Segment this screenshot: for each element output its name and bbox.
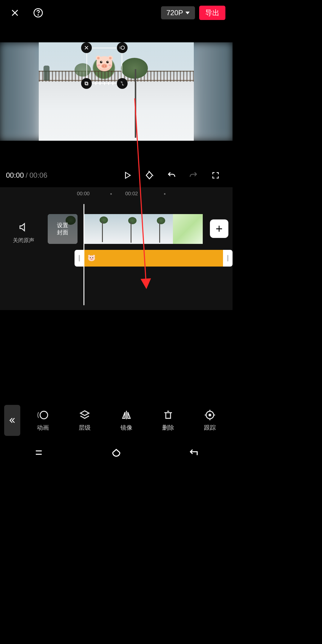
svg-point-25 — [90, 258, 93, 260]
timeline-ruler: 00:00 00:02 — [0, 187, 233, 200]
svg-point-22 — [93, 255, 95, 257]
top-bar: 720P 导出 — [0, 0, 233, 21]
tool-label: 删除 — [162, 424, 174, 432]
export-button[interactable]: 导出 — [199, 6, 225, 20]
tool-label: 层级 — [79, 424, 91, 432]
ruler-dot-icon — [164, 193, 165, 195]
system-nav-bar — [0, 440, 233, 465]
play-icon — [123, 171, 132, 180]
time-total: 00:06 — [30, 171, 47, 179]
chevron-down-icon — [185, 12, 190, 14]
svg-point-10 — [109, 57, 112, 59]
export-label: 导出 — [205, 9, 219, 17]
tool-track[interactable]: 跟踪 — [196, 409, 224, 432]
preview-canvas[interactable] — [0, 42, 233, 141]
help-button[interactable] — [32, 6, 45, 19]
selection-motion-handle[interactable] — [117, 42, 128, 53]
motion-icon — [119, 45, 125, 51]
animation-icon — [37, 409, 49, 421]
selection-rotate-handle[interactable] — [117, 78, 128, 89]
tool-delete[interactable]: 删除 — [154, 409, 182, 432]
clip-thumb — [143, 214, 173, 244]
selection-bottom-grips[interactable] — [95, 82, 113, 85]
mute-original-audio[interactable]: 关闭原声 — [4, 222, 43, 244]
svg-point-21 — [88, 255, 90, 257]
sticker-track[interactable] — [75, 250, 233, 267]
tool-mirror[interactable]: 镜像 — [112, 409, 141, 432]
svg-point-11 — [100, 61, 102, 63]
undo-icon — [167, 171, 176, 180]
tool-label: 动画 — [37, 424, 49, 432]
svg-point-24 — [92, 257, 93, 258]
svg-point-17 — [105, 65, 106, 66]
svg-point-9 — [97, 57, 100, 59]
ruler-tick: 00:00 — [77, 191, 90, 197]
svg-point-19 — [109, 64, 111, 66]
svg-point-29 — [209, 414, 211, 416]
clip-thumb — [83, 214, 113, 244]
redo-button[interactable] — [188, 170, 199, 180]
clip-trim-left-handle[interactable] — [75, 250, 84, 267]
close-icon — [84, 45, 89, 50]
toolbar-items: 动画 层级 镜像 删除 跟踪 — [20, 409, 233, 432]
sticker-clip[interactable] — [84, 250, 223, 267]
svg-point-2 — [121, 46, 125, 49]
help-icon — [33, 8, 43, 18]
redo-icon — [189, 171, 198, 180]
copy-icon — [84, 81, 89, 86]
clip-trim-right-handle[interactable] — [223, 250, 233, 267]
clip-thumb — [173, 214, 203, 244]
nav-recent-button[interactable] — [33, 447, 45, 459]
close-icon — [10, 8, 20, 18]
plus-icon: + — [216, 222, 222, 236]
sticker-selection[interactable] — [86, 48, 122, 83]
speaker-icon — [18, 222, 29, 233]
set-cover-button[interactable]: 设置 封面 — [48, 214, 78, 244]
tool-label: 跟踪 — [204, 424, 216, 432]
menu-icon — [34, 448, 44, 458]
mute-label: 关闭原声 — [4, 237, 43, 244]
fullscreen-button[interactable] — [210, 170, 221, 180]
cover-label-1: 设置 — [57, 222, 68, 229]
tool-layer[interactable]: 层级 — [70, 409, 99, 432]
layer-icon — [79, 409, 90, 421]
add-clip-button[interactable]: + — [210, 219, 228, 238]
undo-button[interactable] — [166, 170, 177, 180]
play-button[interactable] — [122, 170, 132, 180]
selection-copy-handle[interactable] — [81, 78, 92, 89]
back-icon — [189, 448, 199, 458]
fullscreen-icon — [211, 171, 220, 179]
time-current: 00:00 — [6, 171, 24, 179]
selection-delete-handle[interactable] — [81, 42, 92, 53]
transport-bar: 00:00 / 00:06 — [0, 163, 233, 187]
ruler-tick: 00:02 — [125, 191, 138, 197]
rotate-icon — [120, 81, 125, 86]
toolbar-back-button[interactable] — [4, 405, 20, 436]
tool-animation[interactable]: 动画 — [29, 409, 57, 432]
svg-point-15 — [101, 64, 107, 68]
ruler-dot-icon — [110, 193, 112, 195]
svg-point-13 — [101, 61, 102, 62]
svg-rect-4 — [85, 82, 87, 84]
top-bar-left — [8, 6, 45, 19]
mirror-icon — [121, 409, 132, 421]
playhead[interactable] — [83, 204, 84, 305]
timeline[interactable]: 00:00 00:02 关闭原声 设置 封面 + — [0, 187, 233, 310]
close-button[interactable] — [8, 6, 21, 19]
tool-label: 镜像 — [120, 424, 132, 432]
svg-point-16 — [103, 65, 104, 66]
keyframe-icon — [145, 171, 154, 180]
svg-point-27 — [40, 411, 48, 419]
cover-label-2: 封面 — [57, 229, 68, 236]
svg-point-12 — [106, 61, 109, 63]
transport-controls — [47, 170, 227, 180]
clip-thumb — [113, 214, 143, 244]
svg-point-14 — [108, 61, 109, 62]
svg-point-1 — [38, 15, 38, 15]
time-separator: / — [26, 171, 28, 179]
resolution-dropdown[interactable]: 720P — [161, 6, 195, 19]
nav-home-button[interactable] — [110, 447, 122, 459]
bottom-toolbar: 动画 层级 镜像 删除 跟踪 — [0, 401, 233, 440]
nav-back-button[interactable] — [188, 447, 200, 459]
keyframe-button[interactable] — [144, 170, 154, 180]
